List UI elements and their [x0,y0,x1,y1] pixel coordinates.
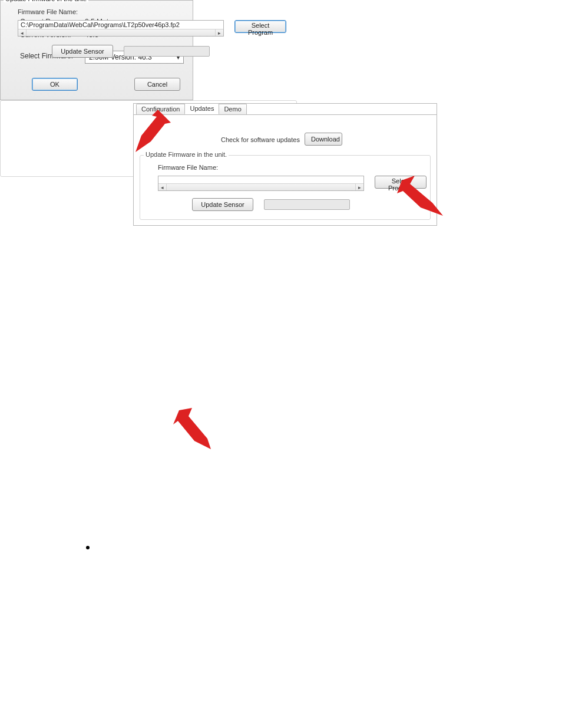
download-button[interactable]: Download [305,133,342,146]
select-program-button[interactable]: Select Program [375,176,427,189]
firmware-file-field-2[interactable]: C:\ProgramData\WebCal\Programs\LT2p50ver… [18,20,224,37]
firmware-file-value-2: C:\ProgramData\WebCal\Programs\LT2p50ver… [21,21,221,29]
red-arrow-to-update-sensor [168,408,222,455]
tab-configuration[interactable]: Configuration [136,104,185,115]
firmware-file-label-2: Firmware File Name: [18,8,78,15]
update-sensor-button-2[interactable]: Update Sensor [52,45,113,58]
select-program-button-2[interactable]: Select Program [234,20,286,33]
horizontal-scrollbar[interactable]: ◂ ▸ [158,183,363,190]
bullet-dot [86,546,90,549]
cancel-button[interactable]: Cancel [134,78,180,91]
update-progress-bar [264,199,350,210]
group-title-2: Update Firmware in the unit. [4,0,88,2]
scroll-right-icon[interactable]: ▸ [355,184,363,190]
group-title: Update Firmware in the unit. [144,151,229,158]
svg-marker-2 [173,408,211,449]
firmware-file-label: Firmware File Name: [158,164,218,171]
scroll-left-icon[interactable]: ◂ [158,184,167,190]
scroll-left-icon-2[interactable]: ◂ [18,29,27,36]
tab-page-updates: Check for software updates Download Upda… [134,114,437,225]
scroll-right-icon-2[interactable]: ▸ [215,29,223,36]
firmware-file-field[interactable]: ◂ ▸ [158,176,364,191]
update-firmware-group: Update Firmware in the unit. Firmware Fi… [140,155,431,220]
tab-updates[interactable]: Updates [184,103,219,114]
ok-button[interactable]: OK [32,78,78,91]
tab-demo[interactable]: Demo [219,104,246,115]
update-sensor-button[interactable]: Update Sensor [192,198,253,211]
update-progress-bar-2 [124,46,210,57]
check-updates-label: Check for software updates [221,136,300,143]
tab-strip: Configuration Updates Demo [136,103,246,114]
updates-tab-panel: Configuration Updates Demo Check for sof… [133,103,437,226]
horizontal-scrollbar-2[interactable]: ◂ ▸ [18,29,223,36]
